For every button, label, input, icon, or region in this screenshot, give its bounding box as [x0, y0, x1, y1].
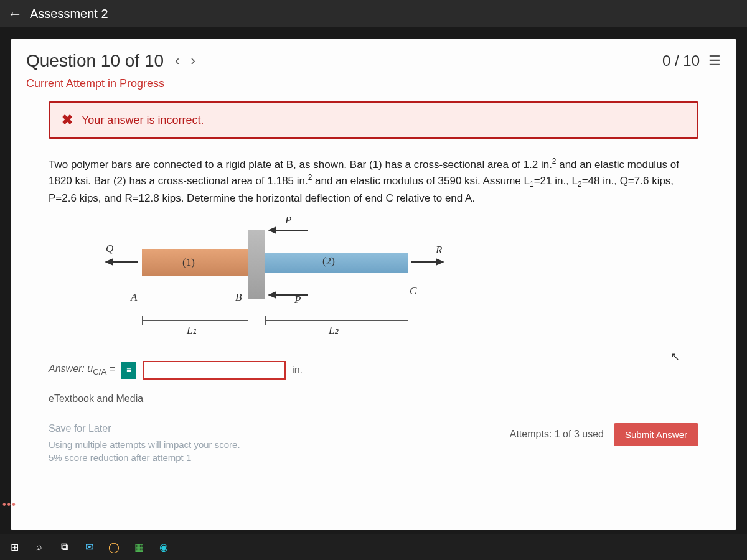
question-nav: ‹ ›	[175, 53, 195, 69]
cursor-icon: ↖	[670, 350, 680, 363]
footer-left: Save for Later Using multiple attempts w…	[49, 423, 240, 464]
submit-answer-button[interactable]: Submit Answer	[614, 423, 698, 446]
taskbar: ⊞ ⌕ ⧉ ✉ ◯ ▦ ◉	[0, 534, 747, 560]
prev-question-button[interactable]: ‹	[175, 53, 179, 69]
task-view-icon[interactable]: ⧉	[56, 539, 72, 555]
question-number: Question 10 of 10	[26, 51, 164, 71]
problem-statement: Two polymer bars are connected to a rigi…	[49, 156, 698, 207]
window-titlebar: ← Assessment 2	[0, 0, 747, 27]
start-menu-icon[interactable]: ⊞	[6, 539, 22, 555]
label-bar1: (1)	[182, 256, 195, 269]
side-menu-dots[interactable]: •••	[2, 499, 17, 510]
answer-row: Answer: uC/A = ≡ in.	[49, 361, 698, 380]
label-r: R	[436, 244, 442, 256]
app-icon-2[interactable]: ◉	[156, 539, 172, 555]
label-bar2: (2)	[322, 255, 335, 268]
hint-icon[interactable]: ≡	[121, 362, 136, 379]
mail-icon[interactable]: ✉	[81, 539, 97, 555]
footer-row: Save for Later Using multiple attempts w…	[49, 423, 698, 464]
attempts-used: Attempts: 1 of 3 used	[510, 429, 604, 440]
question-list-icon[interactable]: ☰	[708, 53, 721, 69]
search-icon[interactable]: ⌕	[31, 539, 47, 555]
etextbook-link[interactable]: eTextbook and Media	[49, 393, 698, 404]
save-for-later-link[interactable]: Save for Later	[49, 423, 240, 434]
label-l2: L₂	[329, 324, 339, 337]
app-icon-1[interactable]: ▦	[131, 539, 147, 555]
label-l1: L₁	[187, 324, 197, 337]
content-panel: Question 10 of 10 ‹ › 0 / 10 ☰ Current A…	[11, 39, 736, 530]
score-display: 0 / 10	[662, 52, 700, 70]
answer-input[interactable]	[143, 361, 286, 380]
answer-unit: in.	[292, 365, 303, 376]
error-banner: ✖ Your answer is incorrect.	[49, 101, 698, 139]
label-a: A	[131, 291, 137, 304]
label-p-top: P	[285, 214, 291, 226]
browser-icon[interactable]: ◯	[106, 539, 122, 555]
footer-right: Attempts: 1 of 3 used Submit Answer	[510, 423, 698, 446]
label-q: Q	[106, 243, 113, 255]
label-b: B	[235, 291, 242, 304]
next-question-button[interactable]: ›	[190, 53, 195, 69]
bar-2	[265, 253, 408, 273]
back-arrow-icon[interactable]: ←	[7, 5, 22, 22]
assessment-title: Assessment 2	[30, 7, 108, 21]
label-p-bot: P	[294, 294, 301, 306]
attempt-status: Current Attempt in Progress	[11, 77, 736, 101]
answer-label: Answer: uC/A =	[49, 363, 115, 376]
force-arrow-p-bot	[268, 291, 276, 299]
label-c: C	[410, 285, 416, 297]
force-arrow-p-top	[268, 226, 276, 234]
force-arrow-q	[105, 258, 113, 266]
bar-1	[142, 249, 248, 276]
rigid-plate	[248, 230, 265, 299]
impact-note-2: 5% score reduction after attempt 1	[49, 451, 240, 464]
error-message: Your answer is incorrect.	[82, 114, 204, 127]
error-x-icon: ✖	[62, 112, 73, 128]
force-arrow-r	[436, 258, 444, 266]
impact-note-1: Using multiple attempts will impact your…	[49, 438, 240, 451]
problem-diagram: Q (1) P P (2) R A B C L₁	[49, 218, 422, 348]
question-header: Question 10 of 10 ‹ › 0 / 10 ☰	[11, 39, 736, 77]
